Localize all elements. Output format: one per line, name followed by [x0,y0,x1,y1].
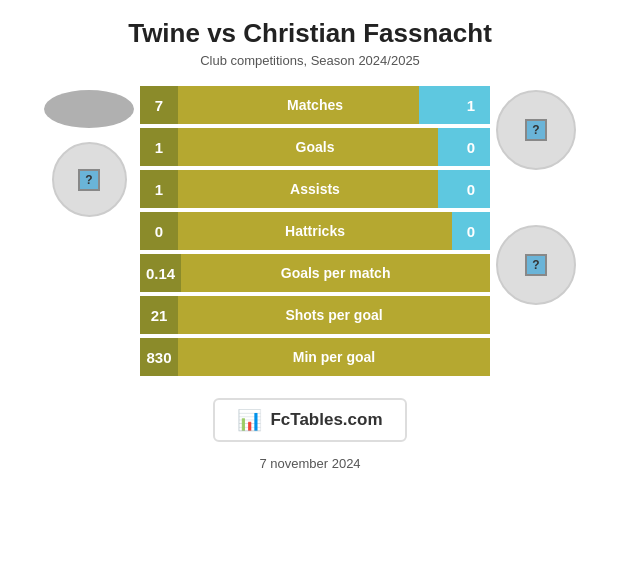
stat-left-mpg: 830 [140,338,178,376]
stat-label-spg: Shots per goal [178,307,490,323]
stat-label-matches: Matches [178,97,452,113]
page-subtitle: Club competitions, Season 2024/2025 [200,53,420,68]
stat-row-hattricks: 0 Hattricks 0 [140,212,490,250]
stat-right-assists: 0 [452,170,490,208]
stat-label-goals: Goals [178,139,452,155]
stat-bar-goals: Goals [178,128,452,166]
stat-left-goals: 1 [140,128,178,166]
stat-row-mpg: 830 Min per goal [140,338,490,376]
stat-left-assists: 1 [140,170,178,208]
logo-box: 📊 FcTables.com [213,398,406,442]
stat-right-matches: 1 [452,86,490,124]
stat-row-goals: 1 Goals 0 [140,128,490,166]
stat-row-matches: 7 Matches 1 [140,86,490,124]
stat-right-hattricks: 0 [452,212,490,250]
stat-left-spg: 21 [140,296,178,334]
avatar-left-top [44,90,134,128]
question-icon-right-top: ? [525,119,547,141]
question-icon-left: ? [78,169,100,191]
question-icon-right-bottom: ? [525,254,547,276]
avatar-right-top: ? [496,90,576,170]
stats-area: 7 Matches 1 1 Goals 0 1 [140,86,490,376]
right-avatars: ? ? [496,90,576,305]
avatar-right-bottom: ? [496,225,576,305]
stat-bar-spg: Shots per goal [178,296,490,334]
stat-bar-hattricks: Hattricks [178,212,452,250]
stat-right-goals: 0 [452,128,490,166]
stat-bar-gpm: Goals per match [181,254,490,292]
logo-area: 📊 FcTables.com [213,398,406,442]
stat-left-gpm: 0.14 [140,254,181,292]
left-avatars: ? [44,90,134,217]
stat-label-gpm: Goals per match [181,265,490,281]
stat-label-mpg: Min per goal [178,349,490,365]
stat-row-gpm: 0.14 Goals per match [140,254,490,292]
stat-bar-assists: Assists [178,170,452,208]
stat-label-hattricks: Hattricks [178,223,452,239]
stat-row-spg: 21 Shots per goal [140,296,490,334]
stat-bar-matches: Matches [178,86,452,124]
comparison-area: ? 7 Matches 1 1 Goals 0 [0,86,620,376]
stat-label-assists: Assists [178,181,452,197]
stat-row-assists: 1 Assists 0 [140,170,490,208]
stat-left-hattricks: 0 [140,212,178,250]
stat-left-matches: 7 [140,86,178,124]
logo-text: FcTables.com [270,410,382,430]
page-title: Twine vs Christian Fassnacht [128,18,492,49]
avatar-left-main: ? [52,142,127,217]
logo-icon: 📊 [237,408,262,432]
page: Twine vs Christian Fassnacht Club compet… [0,0,620,580]
stat-bar-mpg: Min per goal [178,338,490,376]
footer-date: 7 november 2024 [259,456,360,471]
